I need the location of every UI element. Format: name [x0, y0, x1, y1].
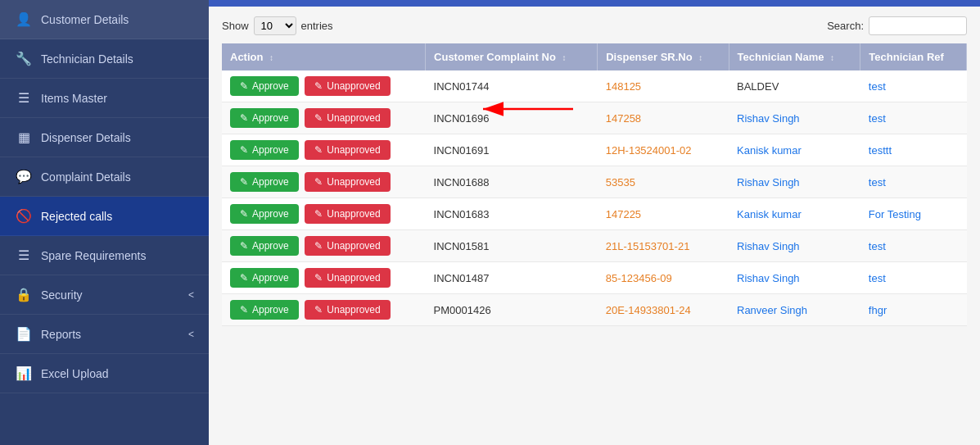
action-cell: ✎ Approve ✎ Unapproved: [222, 230, 426, 262]
sidebar-item-complaint-details[interactable]: 💬 Complaint Details: [0, 157, 209, 197]
unapproved-icon: ✎: [314, 240, 323, 252]
sidebar-item-excel-upload[interactable]: 📊 Excel Upload: [0, 354, 209, 393]
dispenser-sr-cell: 53535: [598, 166, 729, 198]
dispenser-sr-cell: 12H-13524001-02: [598, 134, 729, 166]
tech-ref-cell: For Testing: [860, 198, 967, 230]
approve-icon: ✎: [240, 144, 248, 156]
tech-name-cell: Ranveer Singh: [729, 294, 860, 326]
show-label: Show: [222, 20, 249, 32]
technician-icon: 🔧: [15, 51, 33, 66]
complaint-no-cell: INCN01696: [426, 102, 598, 134]
action-cell: ✎ Approve ✎ Unapproved: [222, 262, 426, 294]
sidebar-label-spare: Spare Requirements: [41, 249, 146, 262]
approve-icon: ✎: [240, 240, 248, 252]
tech-name-cell: BALDEV: [729, 70, 860, 102]
controls-row: Show 10 25 50 100 entries Search:: [222, 16, 967, 35]
approve-button[interactable]: ✎ Approve: [230, 236, 299, 256]
sidebar-item-customer-details[interactable]: 👤 Customer Details: [0, 0, 209, 39]
approve-button[interactable]: ✎ Approve: [230, 268, 299, 288]
search-box: Search:: [827, 16, 967, 35]
unapproved-icon: ✎: [314, 144, 323, 156]
approve-icon: ✎: [240, 208, 248, 220]
unapproved-button[interactable]: ✎ Unapproved: [305, 300, 390, 320]
complaint-no-cell: INCN01688: [426, 166, 598, 198]
sidebar-label-excel: Excel Upload: [41, 367, 109, 380]
tech-ref-cell: testtt: [860, 134, 967, 166]
col-action[interactable]: Action ↕: [222, 43, 426, 70]
table-row: ✎ Approve ✎ Unapproved INCN01581 21L-151…: [222, 230, 967, 262]
action-cell: ✎ Approve ✎ Unapproved: [222, 134, 426, 166]
entries-select[interactable]: 10 25 50 100: [254, 16, 296, 35]
entries-label: entries: [301, 20, 333, 32]
tech-name-cell: Rishav Singh: [729, 230, 860, 262]
unapproved-button[interactable]: ✎ Unapproved: [305, 236, 390, 256]
sidebar-item-items-master[interactable]: ☰ Items Master: [0, 79, 209, 118]
table-row: ✎ Approve ✎ Unapproved INCN01487 85-1234…: [222, 262, 967, 294]
table-row: ✎ Approve ✎ Unapproved PM0001426 20E-149…: [222, 294, 967, 326]
col-tech-name[interactable]: Technician Name ↕: [729, 43, 860, 70]
tech-name-cell: Kanisk kumar: [729, 198, 860, 230]
approve-button[interactable]: ✎ Approve: [230, 108, 299, 128]
tech-ref-cell: test: [860, 166, 967, 198]
rejected-icon: 🚫: [15, 208, 33, 224]
sidebar-label-complaint: Complaint Details: [41, 170, 131, 184]
sort-tech-icon: ↕: [830, 53, 834, 62]
unapproved-icon: ✎: [314, 304, 323, 316]
dispenser-sr-cell: 85-123456-09: [598, 262, 729, 294]
security-chevron: <: [188, 289, 194, 301]
col-complaint-no[interactable]: Customer Complaint No ↕: [426, 43, 598, 70]
approve-button[interactable]: ✎ Approve: [230, 172, 299, 192]
unapproved-button[interactable]: ✎ Unapproved: [305, 140, 390, 160]
dispenser-sr-cell: 148125: [598, 70, 729, 102]
unapproved-icon: ✎: [314, 272, 323, 284]
sidebar-label-reports: Reports: [41, 328, 81, 341]
approve-button[interactable]: ✎ Approve: [230, 300, 299, 320]
unapproved-button[interactable]: ✎ Unapproved: [305, 172, 390, 192]
excel-icon: 📊: [15, 366, 33, 381]
data-table: Action ↕ Customer Complaint No ↕ Dispens…: [222, 43, 967, 326]
unapproved-button[interactable]: ✎ Unapproved: [305, 108, 390, 128]
tech-ref-cell: test: [860, 70, 967, 102]
sidebar-label-technician: Technician Details: [41, 52, 133, 66]
reports-icon: 📄: [15, 326, 33, 342]
sidebar-item-reports[interactable]: 📄 Reports <: [0, 315, 209, 354]
sidebar-item-spare-requirements[interactable]: ☰ Spare Requirements: [0, 236, 209, 275]
col-tech-ref[interactable]: Technician Ref: [860, 43, 967, 70]
approve-button[interactable]: ✎ Approve: [230, 76, 299, 96]
col-dispenser-sr[interactable]: Dispenser SR.No ↕: [598, 43, 729, 70]
action-cell: ✎ Approve ✎ Unapproved: [222, 70, 426, 102]
unapproved-button[interactable]: ✎ Unapproved: [305, 76, 390, 96]
complaint-no-cell: INCN01683: [426, 198, 598, 230]
sidebar-item-security[interactable]: 🔒 Security <: [0, 275, 209, 315]
sidebar-item-dispenser-details[interactable]: ▦ Dispenser Details: [0, 118, 209, 157]
sort-dispenser-icon: ↕: [698, 53, 702, 62]
unapproved-icon: ✎: [314, 112, 323, 124]
tech-ref-cell: fhgr: [860, 294, 967, 326]
approve-button[interactable]: ✎ Approve: [230, 204, 299, 224]
tech-name-cell: Kanisk kumar: [729, 134, 860, 166]
tech-name-cell: Rishav Singh: [729, 102, 860, 134]
customer-icon: 👤: [15, 11, 33, 27]
approve-button[interactable]: ✎ Approve: [230, 140, 299, 160]
table-wrap: Action ↕ Customer Complaint No ↕ Dispens…: [222, 43, 967, 326]
sidebar-item-rejected-calls[interactable]: 🚫 Rejected calls: [0, 197, 209, 236]
unapproved-button[interactable]: ✎ Unapproved: [305, 204, 390, 224]
sidebar-label-dispenser: Dispenser Details: [41, 131, 131, 144]
sidebar-item-technician-details[interactable]: 🔧 Technician Details: [0, 39, 209, 79]
sidebar-label-rejected: Rejected calls: [41, 210, 112, 223]
table-header-row: Action ↕ Customer Complaint No ↕ Dispens…: [222, 43, 967, 70]
complaint-icon: 💬: [15, 169, 33, 184]
search-label: Search:: [827, 20, 864, 32]
search-input[interactable]: [869, 16, 967, 35]
sort-complaint-icon: ↕: [562, 53, 566, 62]
tech-ref-cell: test: [860, 230, 967, 262]
tech-ref-cell: test: [860, 262, 967, 294]
unapproved-button[interactable]: ✎ Unapproved: [305, 268, 390, 288]
unapproved-icon: ✎: [314, 208, 323, 220]
complaint-no-cell: INCN01487: [426, 262, 598, 294]
action-cell: ✎ Approve ✎ Unapproved: [222, 294, 426, 326]
sidebar: 👤 Customer Details 🔧 Technician Details …: [0, 0, 209, 445]
approve-icon: ✎: [240, 272, 248, 284]
approve-icon: ✎: [240, 176, 248, 188]
sort-action-icon: ↕: [269, 53, 273, 62]
